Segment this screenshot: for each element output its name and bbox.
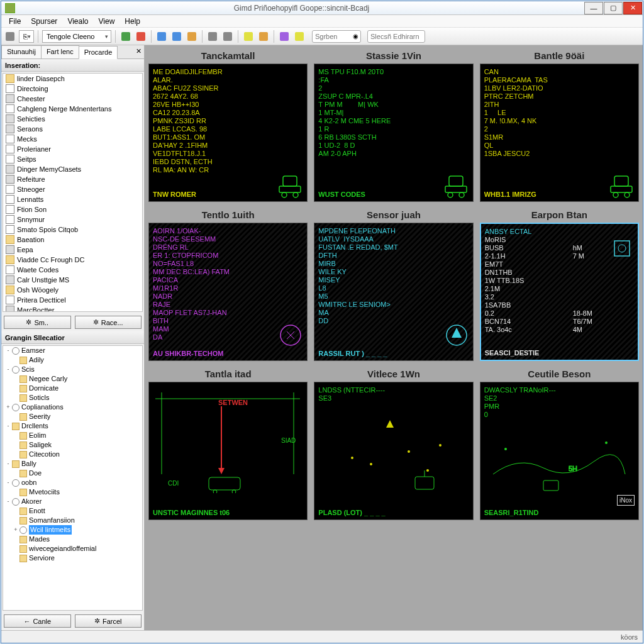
tool-new-icon[interactable] bbox=[4, 30, 16, 43]
panel-screen[interactable]: ME DOAIIDJILFEMBRALAR.ABAC FU2Z SSINER26… bbox=[148, 64, 308, 202]
tree-node[interactable]: -Eamser bbox=[3, 346, 142, 355]
maximize-button[interactable]: ▢ bbox=[604, 2, 623, 14]
expand-icon[interactable]: - bbox=[4, 478, 12, 487]
search-2-input[interactable] bbox=[368, 33, 425, 40]
tab-stunauhij[interactable]: Stunauhij bbox=[1, 45, 42, 58]
list-item[interactable]: linder Diasepch bbox=[3, 74, 142, 84]
list-item[interactable]: Calr Unsttgie MS bbox=[3, 275, 142, 285]
display-panel-2[interactable]: Bantle 9öäiCANPLAERACAMA TAS1LBV LER2-DA… bbox=[480, 49, 639, 202]
tool-combo-recent[interactable]: ⎘ bbox=[19, 30, 34, 43]
list-item[interactable]: Ftion Son bbox=[3, 204, 142, 214]
menu-help[interactable]: Help bbox=[119, 16, 145, 27]
list-item[interactable]: Lennatts bbox=[3, 194, 142, 204]
list-item[interactable]: Cheester bbox=[3, 94, 142, 104]
search-1-radio-icon[interactable]: ◉ bbox=[350, 33, 360, 40]
tree-node[interactable]: Somanfansiion bbox=[3, 516, 142, 525]
tool-back-icon[interactable] bbox=[242, 30, 255, 43]
list-item[interactable]: Eepa bbox=[3, 245, 142, 255]
display-panel-0[interactable]: TanckamtallME DOAIIDJILFEMBRALAR.ABAC FU… bbox=[148, 49, 308, 202]
tree[interactable]: -EamserAdily-ScisNegee CarlyDornicateSot… bbox=[3, 345, 143, 611]
display-panel-6[interactable]: Tantla itadSETWENCDISIADUNSTIC MAGINNES … bbox=[148, 367, 308, 520]
list-item[interactable]: Seraons bbox=[3, 124, 142, 134]
menu-file[interactable]: File bbox=[4, 16, 26, 27]
panel-screen[interactable]: ANBSY ECTALMoRISBUSBhM2-1.1H7 MEM7TDN1TH… bbox=[480, 223, 639, 361]
tool-paste-icon[interactable] bbox=[221, 30, 234, 43]
tree-node[interactable]: -Bally bbox=[3, 459, 142, 469]
tab-fartlenc[interactable]: Fart lenc bbox=[41, 45, 79, 58]
menu-viealo[interactable]: Viealo bbox=[62, 16, 93, 27]
tool-combo-tengole[interactable]: Tengole Cleeno bbox=[42, 30, 111, 43]
list-item[interactable]: Prolerianer bbox=[3, 144, 142, 154]
tab-close-icon[interactable]: ✕ bbox=[133, 45, 144, 58]
tree-node[interactable]: wivecegeiandloffemial bbox=[3, 544, 142, 553]
list-item[interactable]: Snnymur bbox=[3, 214, 142, 225]
tree-node[interactable]: -Scis bbox=[3, 365, 142, 374]
tree-node[interactable]: Saligek bbox=[3, 440, 142, 450]
expand-icon[interactable]: - bbox=[4, 459, 12, 469]
panel-screen[interactable]: MS TPU F10.M 20T0:FA2ZSUP C MPR-.L4T PM … bbox=[314, 64, 473, 202]
search-1-input[interactable] bbox=[313, 33, 350, 40]
display-panel-4[interactable]: Sensor juahMPDENE FLEPEONATHUATLV IYSDAA… bbox=[314, 208, 473, 361]
list-item[interactable]: Dinger MemyClasets bbox=[3, 164, 142, 174]
panel-screen[interactable]: CANPLAERACAMA TAS1LBV LER2-DATIOPTRC ZET… bbox=[480, 64, 639, 202]
tree-node[interactable]: -Akorer bbox=[3, 497, 142, 506]
menu-spurser[interactable]: Spurser bbox=[26, 16, 62, 27]
panel-screen[interactable]: MPDENE FLEPEONATHUATLV IYSDAAAFUSTAN .E … bbox=[314, 223, 473, 361]
sim-button[interactable]: ✲Sm.. bbox=[4, 316, 71, 329]
tool-home-icon[interactable] bbox=[186, 30, 198, 43]
expand-icon[interactable]: - bbox=[4, 497, 12, 506]
display-panel-3[interactable]: Tentlo 1uithAOIRN 1/OlAK-NSC-DE SEESEMMD… bbox=[148, 208, 308, 361]
list-item[interactable]: Waete Codes bbox=[3, 265, 142, 275]
display-panel-5[interactable]: Earpon BtanANBSY ECTALMoRISBUSBhM2-1.1H7… bbox=[480, 208, 639, 361]
display-panel-1[interactable]: Stassie 1VinMS TPU F10.M 20T0:FA2ZSUP C … bbox=[314, 49, 473, 202]
panel-screen[interactable]: AOIRN 1/OlAK-NSC-DE SEESEMMDRÉNG RLER 1:… bbox=[148, 223, 308, 361]
list-item[interactable]: Pritera Dectticel bbox=[3, 295, 142, 305]
tree-node[interactable]: -oobn bbox=[3, 478, 142, 487]
tree-node[interactable]: Enott bbox=[3, 506, 142, 516]
list-item[interactable]: Osh Wöogely bbox=[3, 285, 142, 295]
list-item[interactable]: Cahgleng Nerge Mdnentertans bbox=[3, 104, 142, 114]
tree-node[interactable]: Negee Carly bbox=[3, 374, 142, 384]
list-item[interactable]: Seitps bbox=[3, 154, 142, 164]
minimize-button[interactable]: — bbox=[584, 2, 603, 14]
tree-node[interactable]: Mvetociits bbox=[3, 487, 142, 497]
tree-node[interactable]: Soticls bbox=[3, 393, 142, 402]
expand-icon[interactable]: + bbox=[4, 402, 12, 412]
expand-icon[interactable]: - bbox=[4, 346, 12, 355]
list-item[interactable]: Mecks bbox=[3, 134, 142, 144]
search-2[interactable] bbox=[367, 30, 425, 43]
tool-refresh-icon[interactable] bbox=[155, 30, 168, 43]
tree-node[interactable]: Dornicate bbox=[3, 384, 142, 393]
list-item[interactable]: Viadde Cc Frough DC bbox=[3, 255, 142, 265]
race-button[interactable]: ✲Race... bbox=[75, 316, 142, 329]
tree-node[interactable]: Doe bbox=[3, 469, 142, 478]
expand-icon[interactable]: - bbox=[4, 365, 12, 374]
tool-grid-icon[interactable] bbox=[119, 30, 132, 43]
panel-screen[interactable]: DWACSLY TRANoIR---SE2PMR05HiNoxSEASRl_R1… bbox=[480, 382, 639, 520]
force-button[interactable]: ✲Farcel bbox=[75, 614, 142, 628]
tree-node[interactable]: Citecotion bbox=[3, 450, 142, 459]
list-item[interactable]: Stneoger bbox=[3, 184, 142, 194]
list-item[interactable]: MarcBoctter bbox=[3, 305, 142, 312]
list-item[interactable]: Sehicties bbox=[3, 114, 142, 124]
tree-node[interactable]: Eolim bbox=[3, 431, 142, 440]
expand-icon[interactable]: - bbox=[4, 421, 12, 431]
tool-help-icon[interactable] bbox=[293, 30, 306, 43]
tree-node[interactable]: Serviore bbox=[3, 553, 142, 563]
list-item[interactable]: Refeiture bbox=[3, 174, 142, 184]
menu-view[interactable]: View bbox=[94, 16, 120, 27]
display-panel-8[interactable]: Ceutile BesonDWACSLY TRANoIR---SE2PMR05H… bbox=[480, 367, 639, 520]
tool-copy-icon[interactable] bbox=[206, 30, 219, 43]
tree-node[interactable]: Mades bbox=[3, 535, 142, 544]
panel-screen[interactable]: SETWENCDISIADUNSTIC MAGINNES t06 bbox=[148, 382, 308, 520]
tool-globe-icon[interactable] bbox=[170, 30, 183, 43]
tree-node[interactable]: -Drcllents bbox=[3, 421, 142, 431]
panel-screen[interactable]: LNDSS (NTTECIR----SE3PLASD (LOT) _ _ _ _ bbox=[314, 382, 473, 520]
close-button[interactable]: ✕ bbox=[623, 2, 642, 14]
search-1[interactable]: ◉ bbox=[312, 30, 361, 43]
tree-node[interactable]: Adily bbox=[3, 355, 142, 365]
tree-node[interactable]: +Coplianations bbox=[3, 402, 142, 412]
list-item[interactable]: Baeation bbox=[3, 235, 142, 245]
tool-x-icon[interactable] bbox=[135, 30, 147, 43]
display-panel-7[interactable]: Vitlece 1WnLNDSS (NTTECIR----SE3PLASD (L… bbox=[314, 367, 473, 520]
